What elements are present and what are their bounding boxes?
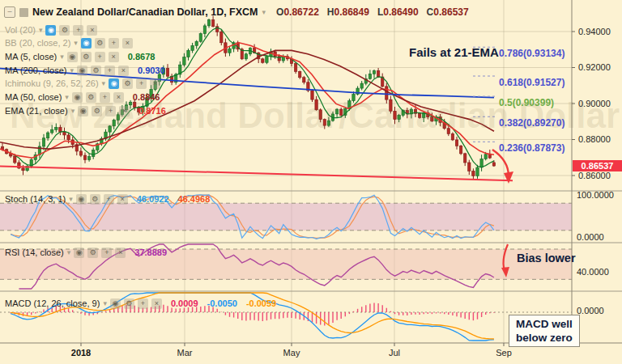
macd-label[interactable]: MACD (12, 26, close, 9) — [5, 298, 100, 308]
close-icon[interactable]: × — [87, 25, 97, 36]
ohlc-values: O0.86722 H0.86849 L0.86490 C0.86537 — [276, 6, 469, 18]
fib-level-label: 0.382(0.89270) — [499, 117, 564, 129]
add-icon[interactable]: + — [95, 52, 105, 62]
settings-icon[interactable]: ⚙ — [87, 248, 98, 258]
close-icon[interactable]: × — [113, 92, 124, 103]
dropdown-caret-icon[interactable]: ▾ — [102, 79, 106, 87]
eye-icon[interactable]: ◉ — [109, 78, 119, 89]
add-icon[interactable]: + — [109, 38, 119, 49]
macd-value: -0.0059 — [246, 298, 276, 308]
indicator-row: BB (20, close, 2)▾◉⚙+× — [5, 37, 133, 49]
close-icon[interactable]: × — [122, 38, 133, 49]
dropdown-caret-icon[interactable]: ▾ — [39, 26, 43, 34]
rsi-pane-header: RSI (14, close)▾ ◉⚙+×37.8889 — [5, 247, 167, 258]
indicator-row: Ichimoku (9, 26, 52, 26)▾◉⚙+× — [5, 78, 160, 89]
settings-icon[interactable]: ⚙ — [91, 66, 101, 76]
close-icon[interactable]: × — [115, 248, 126, 258]
dropdown-caret-icon[interactable]: ▾ — [74, 39, 78, 47]
stoch-value: 46.0922 — [137, 194, 169, 204]
indicator-label[interactable]: BB (20, close, 2) — [5, 38, 70, 48]
close-icon[interactable]: × — [109, 52, 119, 62]
macd-value: -0.0050 — [207, 298, 237, 308]
chart-header: – New Zealand Dollar/Canadian Dollar, 1D… — [4, 6, 469, 19]
settings-icon[interactable]: ⚙ — [81, 52, 92, 62]
settings-icon[interactable]: ⚙ — [90, 194, 100, 205]
close-icon[interactable]: × — [117, 194, 128, 205]
price-axis-label: 0.86000 — [578, 171, 611, 180]
add-icon[interactable]: + — [73, 25, 83, 36]
add-icon[interactable]: + — [105, 106, 116, 116]
rsi-value: 37.8889 — [134, 248, 167, 257]
settings-icon[interactable]: ⚙ — [122, 78, 133, 89]
indicator-value: 0.8678 — [128, 52, 156, 61]
open-value: 0.86722 — [283, 6, 318, 18]
symbol-title[interactable]: New Zealand Dollar/Canadian Dollar, 1D, … — [32, 6, 258, 18]
dropdown-caret-icon[interactable]: ▾ — [262, 8, 266, 16]
stoch-axis-label: 100.0000 — [577, 190, 614, 200]
indicator-value: 0.9030 — [138, 66, 165, 75]
indicator-label[interactable]: MA (200, close) — [5, 66, 66, 75]
close-label: C — [427, 6, 434, 18]
dropdown-caret-icon[interactable]: ▾ — [71, 107, 75, 115]
add-icon[interactable]: + — [104, 194, 114, 205]
settings-icon[interactable]: ⚙ — [92, 106, 102, 116]
support-trendline[interactable] — [0, 166, 513, 180]
eye-icon[interactable]: ◉ — [72, 92, 83, 103]
add-icon[interactable]: + — [100, 92, 110, 103]
price-axis-label: 0.90000 — [578, 99, 611, 108]
add-icon[interactable]: + — [136, 78, 147, 89]
settings-icon[interactable]: ⚙ — [86, 92, 96, 103]
time-axis-label: May — [283, 348, 300, 358]
time-axis-label: Jul — [389, 348, 400, 358]
dropdown-caret-icon[interactable]: ▾ — [60, 53, 64, 61]
chart-style-icon[interactable] — [19, 8, 28, 17]
eye-icon[interactable]: ◉ — [78, 106, 88, 116]
indicator-label[interactable]: Vol (20) — [5, 25, 36, 35]
stoch-label[interactable]: Stoch (14, 3, 1) — [5, 194, 66, 204]
fib-level-label: 0.236(0.87873) — [499, 142, 564, 154]
dropdown-caret-icon[interactable]: ▾ — [69, 195, 73, 203]
time-axis-label: Mar — [177, 348, 193, 358]
rsi-label[interactable]: RSI (14, close) — [5, 248, 64, 257]
dropdown-caret-icon[interactable]: ▾ — [67, 248, 71, 256]
dropdown-caret-icon[interactable]: ▾ — [103, 299, 107, 307]
low-value: 0.86490 — [383, 6, 418, 18]
settings-icon[interactable]: ⚙ — [95, 38, 105, 49]
add-icon[interactable]: + — [138, 298, 148, 309]
indicator-label[interactable]: MA (50, close) — [5, 92, 62, 102]
rsi-axis-label: 40.0000 — [577, 267, 609, 277]
eye-icon[interactable]: ◉ — [67, 52, 78, 62]
close-icon[interactable]: × — [118, 66, 129, 76]
eye-icon[interactable]: ◉ — [45, 25, 56, 36]
eye-icon[interactable]: ◉ — [76, 194, 87, 205]
close-icon[interactable]: × — [119, 106, 130, 116]
macd-pane-header: MACD (12, 26, close, 9)▾ ◉⚙+×0.0009-0.00… — [5, 298, 276, 309]
annotation-macd-note-line1: MACD well — [516, 317, 573, 331]
eye-icon[interactable]: ◉ — [81, 38, 92, 49]
macd-value: 0.0009 — [171, 298, 198, 308]
indicator-row: MA (5, close)▾◉⚙+×0.8678 — [5, 51, 155, 62]
dropdown-caret-icon[interactable]: ▾ — [70, 66, 74, 74]
high-value: 0.86849 — [334, 6, 369, 18]
eye-icon[interactable]: ◉ — [77, 66, 87, 76]
add-icon[interactable]: + — [104, 66, 115, 76]
macd-axis-label: 0.0000 — [577, 306, 604, 315]
indicator-row: EMA (21, close)▾◉⚙+×0.8716 — [5, 105, 166, 116]
indicator-label[interactable]: Ichimoku (9, 26, 52, 26) — [5, 78, 99, 88]
indicator-row: Vol (20)▾◉⚙+× — [5, 24, 97, 36]
indicator-label[interactable]: EMA (21, close) — [5, 106, 68, 116]
close-icon[interactable]: × — [150, 78, 160, 89]
fib-level-label: 0.786(0.93134) — [499, 48, 564, 59]
eye-icon[interactable]: ◉ — [110, 298, 121, 309]
close-icon[interactable]: × — [151, 298, 162, 309]
dropdown-caret-icon[interactable]: ▾ — [65, 93, 69, 101]
annotation-bias-lower: Bias lower — [517, 252, 576, 265]
eye-icon[interactable]: ◉ — [74, 248, 84, 258]
add-icon[interactable]: + — [101, 248, 112, 258]
fib-level-label: 0.5(0.90399) — [499, 97, 554, 108]
collapse-icon[interactable]: – — [4, 6, 15, 18]
annotation-macd-note: MACD well below zero — [509, 315, 580, 347]
indicator-label[interactable]: MA (5, close) — [5, 52, 57, 61]
settings-icon[interactable]: ⚙ — [59, 25, 70, 36]
settings-icon[interactable]: ⚙ — [124, 298, 134, 309]
